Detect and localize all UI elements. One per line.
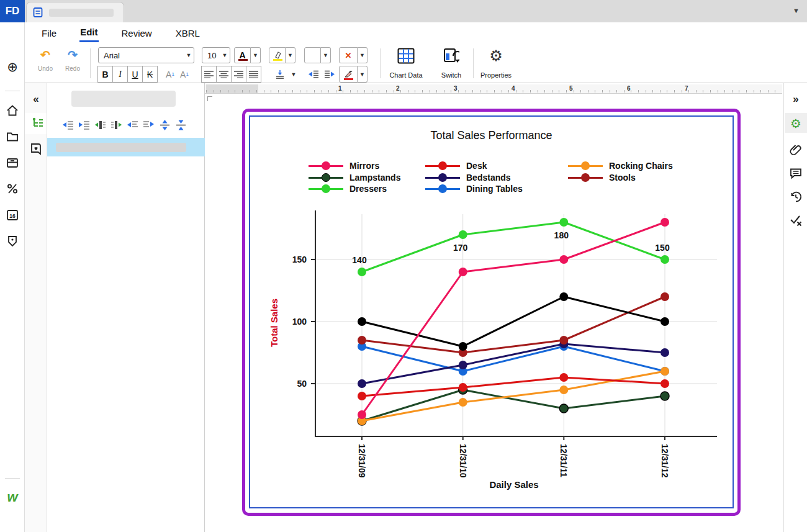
clear-formatting-button[interactable]: ✕ ▼ bbox=[339, 47, 367, 63]
chevron-down-icon: ▼ bbox=[321, 47, 331, 63]
percent-icon[interactable] bbox=[6, 182, 19, 196]
folder-icon[interactable] bbox=[6, 130, 19, 143]
subscript-button[interactable]: A1 bbox=[177, 66, 192, 83]
menu-item-file[interactable]: File bbox=[41, 25, 57, 42]
outdent-button[interactable] bbox=[305, 66, 322, 83]
chevron-down-icon: ▼ bbox=[184, 52, 194, 58]
outdent-section-button[interactable] bbox=[62, 119, 74, 131]
collapse-sections-button[interactable] bbox=[175, 119, 187, 131]
history-icon[interactable] bbox=[789, 190, 803, 204]
legend-column: DeskBedstandsDining Tables bbox=[425, 161, 523, 196]
tab-outline[interactable] bbox=[25, 113, 47, 134]
legend-label: Lampstands bbox=[349, 173, 400, 183]
insert-section-below-button[interactable] bbox=[110, 119, 122, 131]
archive-box-icon[interactable] bbox=[6, 156, 19, 169]
chevron-down-icon: ▼ bbox=[286, 47, 295, 63]
indent-button[interactable] bbox=[321, 66, 338, 83]
toolbar-separator bbox=[473, 48, 474, 78]
align-left-button[interactable] bbox=[201, 66, 217, 83]
legend-swatch bbox=[309, 173, 343, 182]
attachments-icon[interactable] bbox=[789, 143, 803, 156]
align-right-icon bbox=[234, 70, 243, 78]
horizontal-ruler: 1 2 3 4 5 6 7 bbox=[205, 84, 782, 94]
line-spacing-button[interactable]: ▼ bbox=[271, 66, 299, 83]
move-section-right-button[interactable] bbox=[143, 119, 155, 131]
chart-legend: MirrorsLampstandsDressersDeskBedstandsDi… bbox=[304, 161, 751, 200]
align-justify-button[interactable] bbox=[246, 66, 261, 83]
switch-icon bbox=[443, 48, 459, 64]
legend-swatch bbox=[568, 161, 603, 170]
outdent-icon bbox=[309, 70, 318, 78]
chevron-down-icon: ▼ bbox=[358, 66, 367, 83]
chart-data-button[interactable]: Chart Data bbox=[386, 47, 426, 80]
superscript-button[interactable]: A1 bbox=[163, 66, 178, 83]
format-painter-button[interactable]: ▼ bbox=[339, 66, 367, 83]
redacted-panel-header bbox=[71, 91, 176, 107]
document-canvas: 1 2 3 4 5 6 7 Total Sales Performance Mi… bbox=[205, 83, 783, 532]
legend-swatch bbox=[568, 173, 603, 182]
tab-properties[interactable]: ⚙ bbox=[785, 113, 807, 133]
style-select[interactable]: ▼ bbox=[304, 47, 331, 63]
indent-section-button[interactable] bbox=[78, 119, 90, 131]
chevron-down-icon: ▼ bbox=[289, 66, 299, 83]
bold-button[interactable]: B bbox=[97, 66, 113, 83]
add-circle-icon[interactable]: ⊕ bbox=[6, 60, 19, 73]
redo-button[interactable]: ↷ Redo bbox=[60, 49, 85, 72]
properties-button[interactable]: ⚙ Properties bbox=[476, 47, 516, 80]
align-center-icon bbox=[219, 70, 228, 78]
legend-item: Mirrors bbox=[309, 161, 400, 170]
legend-column: Rocking ChairsStools bbox=[568, 161, 673, 184]
chevron-down-icon[interactable]: ▼ bbox=[793, 7, 800, 14]
spacing-icon bbox=[276, 70, 284, 79]
calendar-16-icon[interactable]: 16 bbox=[6, 208, 19, 222]
legend-label: Mirrors bbox=[349, 161, 379, 171]
chevron-down-icon: ▼ bbox=[358, 47, 367, 63]
collapse-panel-button[interactable]: « bbox=[29, 93, 43, 108]
align-right-button[interactable] bbox=[231, 66, 246, 83]
rail-divider bbox=[5, 91, 20, 91]
document-tab[interactable] bbox=[26, 2, 124, 22]
indent-icon bbox=[325, 70, 335, 78]
comments-icon[interactable] bbox=[789, 166, 803, 180]
legend-label: Dressers bbox=[349, 184, 387, 194]
strikethrough-button[interactable]: K bbox=[142, 66, 158, 83]
tag-icon[interactable] bbox=[6, 234, 19, 248]
expand-sections-button[interactable] bbox=[159, 119, 171, 131]
outline-item-selected[interactable] bbox=[47, 138, 205, 156]
legend-item: Dressers bbox=[309, 184, 400, 193]
toolbar-separator bbox=[380, 48, 381, 78]
legend-label: Dining Tables bbox=[466, 184, 523, 194]
tab-bookmarks[interactable] bbox=[29, 142, 43, 157]
indent-group bbox=[305, 66, 338, 83]
legend-column: MirrorsLampstandsDressers bbox=[309, 161, 400, 196]
insert-section-above-button[interactable] bbox=[94, 119, 106, 131]
redacted-outline-item-text bbox=[56, 143, 186, 152]
underline-button[interactable]: U bbox=[127, 66, 143, 83]
legend-swatch bbox=[309, 184, 343, 193]
legend-item: Stools bbox=[568, 173, 673, 182]
align-center-button[interactable] bbox=[216, 66, 232, 83]
legend-swatch bbox=[309, 161, 343, 170]
switch-button[interactable]: Switch bbox=[433, 47, 470, 80]
undo-button[interactable]: ↶ Undo bbox=[33, 49, 58, 72]
font-family-select[interactable]: Arial ▼ bbox=[98, 47, 194, 63]
review-checks-icon[interactable] bbox=[789, 214, 803, 227]
highlight-color-swatch bbox=[273, 59, 282, 61]
italic-button[interactable]: I bbox=[112, 66, 128, 83]
chart-title: Total Sales Performance bbox=[249, 129, 734, 142]
menu-item-xbrl[interactable]: XBRL bbox=[175, 25, 201, 42]
highlight-color-button[interactable]: ▼ bbox=[269, 47, 295, 63]
document-icon bbox=[33, 7, 43, 18]
move-section-left-button[interactable] bbox=[127, 119, 138, 131]
chevron-down-icon: ▼ bbox=[220, 52, 230, 58]
ruler-ticks bbox=[206, 90, 781, 92]
home-icon[interactable] bbox=[6, 104, 19, 117]
font-size-select[interactable]: 10 ▼ bbox=[202, 47, 230, 63]
window-tab-bar: FD ▼ bbox=[0, 0, 807, 22]
font-color-button[interactable]: A ▼ bbox=[234, 47, 261, 63]
menu-item-review[interactable]: Review bbox=[121, 25, 153, 42]
highlighter-icon bbox=[273, 52, 282, 59]
menu-item-edit[interactable]: Edit bbox=[79, 24, 98, 42]
workiva-logo: w bbox=[6, 489, 19, 503]
expand-panel-button[interactable]: » bbox=[789, 93, 803, 107]
